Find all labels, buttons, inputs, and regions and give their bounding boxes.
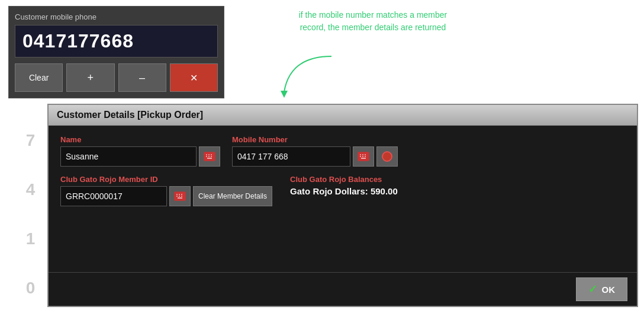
name-input-row bbox=[60, 146, 220, 167]
keyboard-icon-member bbox=[174, 191, 186, 201]
member-id-input[interactable] bbox=[60, 186, 167, 206]
dialog-titlebar: Customer Details [Pickup Order] bbox=[49, 105, 637, 126]
mobile-input-row bbox=[232, 146, 398, 167]
minus-button[interactable]: – bbox=[118, 63, 166, 92]
ok-label: OK bbox=[602, 285, 616, 295]
ok-check-icon: ✓ bbox=[588, 283, 597, 296]
name-group: Name bbox=[60, 135, 220, 167]
form-row-name-mobile: Name bbox=[60, 135, 625, 167]
dialog-title: Customer Details [Pickup Order] bbox=[57, 110, 203, 120]
side-num-0: 0 bbox=[26, 279, 36, 298]
member-id-icon-button[interactable] bbox=[169, 186, 191, 206]
keyboard-icon-mobile bbox=[358, 152, 369, 161]
side-num-4: 4 bbox=[26, 180, 36, 199]
keyboard-icon bbox=[204, 152, 215, 161]
ok-button[interactable]: ✓ OK bbox=[576, 277, 628, 301]
numpad-panel: Customer mobile phone 0417177668 Clear +… bbox=[8, 6, 224, 98]
numpad-display: 0417177668 bbox=[15, 25, 218, 58]
svg-marker-0 bbox=[281, 91, 288, 98]
plus-button[interactable]: + bbox=[66, 63, 114, 92]
record-circle-icon bbox=[382, 151, 392, 162]
balance-section: Club Gato Rojo Balances Gato Rojo Dollar… bbox=[290, 175, 398, 196]
numpad-buttons: Clear + – ✕ bbox=[15, 63, 218, 92]
annotation-text: if the mobile number matches a member re… bbox=[290, 9, 456, 34]
member-id-label: Club Gato Rojo Member ID bbox=[60, 175, 272, 184]
side-numbers: 7 4 1 0 bbox=[8, 116, 53, 313]
name-input[interactable] bbox=[60, 146, 197, 167]
side-num-7: 7 bbox=[26, 131, 36, 150]
annotation-arrow-icon bbox=[266, 50, 349, 98]
form-row-member-balance: Club Gato Rojo Member ID bbox=[60, 175, 625, 206]
balance-title: Club Gato Rojo Balances bbox=[290, 175, 398, 184]
mobile-group: Mobile Number bbox=[232, 135, 398, 167]
mobile-input[interactable] bbox=[232, 146, 350, 167]
mobile-icon-button[interactable] bbox=[353, 146, 374, 167]
member-id-input-row: Clear Member Details bbox=[60, 186, 272, 206]
dialog-body: Name bbox=[49, 126, 637, 272]
annotation: if the mobile number matches a member re… bbox=[255, 9, 456, 34]
delete-button[interactable]: ✕ bbox=[170, 63, 218, 92]
name-icon-button[interactable] bbox=[199, 146, 220, 167]
side-num-1: 1 bbox=[26, 229, 36, 248]
mobile-label: Mobile Number bbox=[232, 135, 398, 144]
customer-details-dialog: Customer Details [Pickup Order] Name bbox=[47, 104, 638, 307]
clear-button[interactable]: Clear bbox=[15, 63, 63, 92]
record-button[interactable] bbox=[376, 146, 398, 167]
dialog-footer: ✓ OK bbox=[49, 272, 637, 306]
name-label: Name bbox=[60, 135, 220, 144]
clear-member-details-button[interactable]: Clear Member Details bbox=[193, 186, 272, 206]
balance-value: Gato Rojo Dollars: 590.00 bbox=[290, 186, 398, 196]
member-id-group: Club Gato Rojo Member ID bbox=[60, 175, 272, 206]
numpad-label: Customer mobile phone bbox=[15, 12, 218, 21]
